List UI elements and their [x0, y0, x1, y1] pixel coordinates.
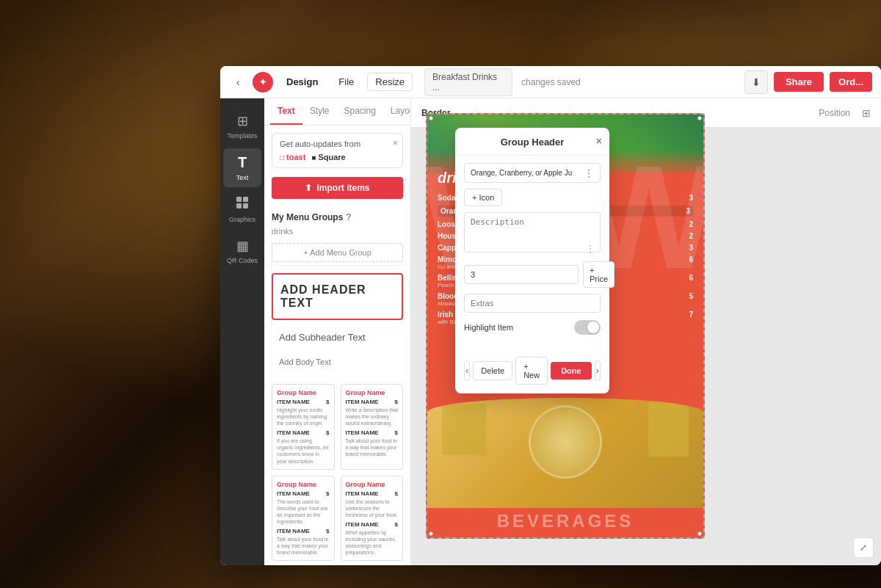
group-name-item[interactable]: drinks	[264, 225, 410, 240]
card3-item1-desc: The words used to describe your food are…	[277, 498, 330, 525]
svg-rect-3	[243, 203, 248, 208]
my-menu-groups-header: My Menu Groups ?	[264, 206, 410, 225]
card4-item2-row: ITEM NAME $	[346, 521, 399, 528]
new-item-button[interactable]: + New	[515, 357, 548, 385]
item-name-row: ⋮	[464, 163, 601, 183]
changes-saved-status: changes saved	[521, 77, 581, 87]
card1-item2-row: ITEM NAME $	[277, 429, 330, 436]
layout-card-3[interactable]: Group Name ITEM NAME $ The words used to…	[272, 476, 335, 562]
card1-item1-desc: Highlight your exotic ingredients by nam…	[277, 407, 330, 427]
icon-add-button[interactable]: + Icon	[464, 189, 502, 206]
expand-button[interactable]: ⤢	[853, 537, 874, 558]
card2-item1-desc: Write a description that makes the ordin…	[346, 407, 399, 427]
download-button[interactable]: ⬇	[744, 70, 768, 94]
item-name-menu-icon[interactable]: ⋮	[578, 167, 600, 179]
modal-close-button[interactable]: ×	[596, 135, 602, 147]
description-textarea[interactable]	[464, 212, 601, 253]
card1-item2-desc: If you are using organic ingredients, le…	[277, 438, 330, 464]
nav-right-actions: ⬇ Share Ord...	[744, 70, 872, 94]
layout-card-4[interactable]: Group Name ITEM NAME $ Use the seasons t…	[341, 476, 404, 562]
square-logo[interactable]: ■ Square	[311, 153, 345, 161]
tab-text[interactable]: Text	[270, 98, 302, 125]
drink-price-7: 5	[681, 292, 693, 307]
header-text-element[interactable]: ADD HEADER TEXT	[272, 273, 403, 320]
file-tab[interactable]: File	[331, 73, 361, 90]
add-menu-group-button[interactable]: + Add Menu Group	[272, 243, 403, 262]
templates-label: Templates	[227, 132, 257, 139]
banner-title: Get auto-updates from	[280, 139, 395, 148]
toggle-knob	[587, 322, 599, 333]
price-input[interactable]	[464, 265, 579, 284]
doc-name-input[interactable]: Breakfast Drinks ...	[424, 68, 512, 96]
modal-header: Group Header ×	[455, 128, 609, 156]
subheader-text-element[interactable]: Add Subheader Text	[272, 326, 403, 349]
card4-group-name: Group Name	[346, 481, 399, 488]
square-label: Square	[318, 153, 345, 161]
import-label: Import items	[316, 183, 369, 193]
group-layouts: Group Name ITEM NAME $ Highlight your ex…	[264, 378, 410, 565]
sidebar-icons: ⊞ Templates T Text Graphics ▦ QR Codes	[220, 98, 264, 565]
card3-item2-row: ITEM NAME $	[277, 528, 330, 534]
sidebar-item-graphics[interactable]: Graphics	[223, 190, 261, 229]
tab-layout[interactable]: Layout	[383, 98, 411, 125]
card1-item1-row: ITEM NAME $	[277, 399, 330, 405]
layout-card-1[interactable]: Group Name ITEM NAME $ Highlight your ex…	[272, 384, 335, 470]
add-price-button[interactable]: + Price	[583, 261, 614, 288]
card2-group-name: Group Name	[346, 389, 399, 396]
qrcodes-label: QR Codes	[227, 257, 258, 264]
card1-group-name: Group Name	[277, 389, 330, 396]
description-menu-icon[interactable]: ⋮	[586, 244, 595, 254]
header-text-section: ADD HEADER TEXT Add Subheader Text Add B…	[264, 265, 410, 378]
card2-item1-row: ITEM NAME $	[346, 399, 399, 405]
corner-dot-br	[697, 531, 702, 536]
drink-price-5: 6	[681, 255, 693, 270]
extras-input[interactable]	[464, 294, 601, 313]
corner-dot-tl	[429, 116, 433, 120]
card2-item2-row: ITEM NAME $	[346, 429, 399, 436]
tab-spacing[interactable]: Spacing	[336, 98, 383, 125]
canvas-area: Border Position ⊞ SAFE ZONE + 🗑	[411, 98, 881, 565]
next-item-button[interactable]: ›	[595, 360, 601, 381]
back-button[interactable]: ‹	[229, 73, 247, 91]
drink-price-0: 3	[681, 194, 693, 202]
item-name-input[interactable]	[465, 164, 578, 182]
banner-logos: □ toast ■ Square	[280, 153, 395, 161]
card3-item2-desc: Talk about your food in a way that makes…	[277, 536, 330, 556]
svg-rect-0	[236, 197, 242, 202]
layout-card-2[interactable]: Group Name ITEM NAME $ Write a descripti…	[341, 384, 404, 470]
card3-item1-row: ITEM NAME $	[277, 490, 330, 497]
order-button[interactable]: Ord...	[830, 72, 872, 92]
sidebar-item-templates[interactable]: ⊞ Templates	[223, 107, 261, 145]
text-panel-tabs: Text Style Spacing Layout	[264, 98, 410, 126]
banner-close-button[interactable]: ×	[393, 138, 398, 148]
drink-price-4: 3	[681, 244, 693, 252]
drink-price-3: 2	[681, 232, 693, 240]
sidebar-item-qrcodes[interactable]: ▦ QR Codes	[223, 232, 261, 270]
app-window: ‹ ✦ Design File Resize Breakfast Drinks …	[220, 66, 881, 565]
app-logo: ✦	[253, 72, 273, 92]
auto-update-banner: Get auto-updates from □ toast ■ Square ×	[272, 133, 403, 168]
grid-icon[interactable]: ⊞	[862, 107, 871, 119]
top-nav: ‹ ✦ Design File Resize Breakfast Drinks …	[220, 66, 881, 98]
drink-price-1: 3	[678, 207, 690, 215]
help-icon[interactable]: ?	[346, 212, 351, 222]
share-button[interactable]: Share	[774, 72, 824, 92]
sidebar-item-text[interactable]: T Text	[223, 148, 261, 187]
text-label: Text	[236, 174, 249, 181]
drink-price-2: 2	[681, 220, 693, 228]
toast-logo[interactable]: □ toast	[280, 153, 305, 161]
graphics-label: Graphics	[229, 216, 255, 223]
resize-tab[interactable]: Resize	[367, 73, 413, 91]
delete-item-button[interactable]: Delete	[473, 361, 512, 380]
design-tab[interactable]: Design	[279, 73, 325, 90]
card3-group-name: Group Name	[277, 481, 330, 488]
highlight-toggle[interactable]	[574, 320, 601, 335]
drink-price-6: 6	[681, 274, 693, 288]
import-items-button[interactable]: ⬆ Import items	[272, 177, 403, 199]
body-text-element[interactable]: Add Body Text	[272, 353, 403, 371]
prev-item-button[interactable]: ‹	[464, 360, 470, 381]
tab-style[interactable]: Style	[302, 98, 337, 125]
card4-item1-desc: Use the seasons to underscore the freshn…	[346, 498, 399, 518]
drink-price-8: 7	[681, 311, 693, 325]
done-button[interactable]: Done	[551, 362, 592, 380]
